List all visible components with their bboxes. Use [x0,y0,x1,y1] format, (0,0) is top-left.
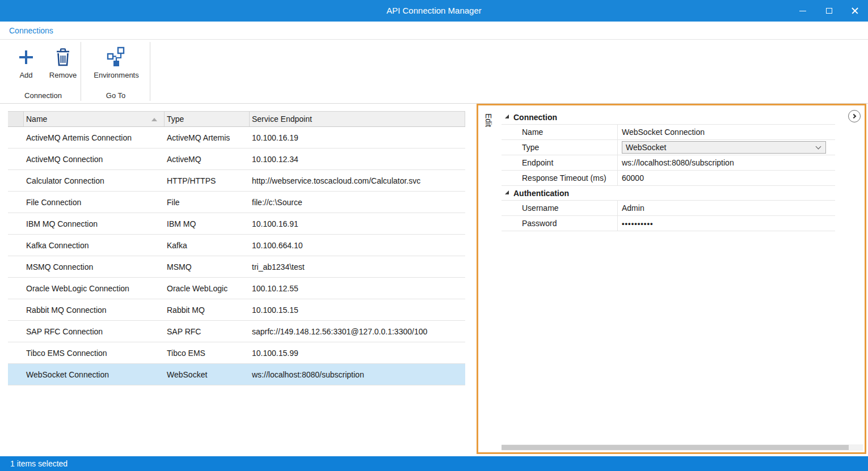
column-header-type-label: Type [167,114,184,124]
cell-name: MSMQ Connection [24,262,165,271]
cell-type: SAP RFC [165,327,250,336]
group-label-connection: Connection [513,113,557,122]
ribbon-group-divider [81,42,81,101]
cell-endpoint: 10.100.16.91 [250,219,465,228]
sort-ascending-icon [151,118,157,121]
table-row[interactable]: MSMQ Connection MSMQ tri_ab1234\test [8,256,465,278]
cell-name: Calculator Connection [24,176,165,185]
ribbon-group-label-goto: Go To [83,91,149,100]
cell-endpoint: http://webservice.toscacloud.com/Calcula… [250,176,465,185]
cell-type: MSMQ [165,262,250,271]
cell-endpoint: 10.100.16.19 [250,133,465,142]
cell-name: ActiveMQ Artemis Connection [24,133,165,142]
minimize-button[interactable] [790,0,816,22]
window-controls [790,0,868,22]
remove-button[interactable]: Remove [44,44,82,79]
table-row[interactable]: IBM MQ Connection IBM MQ 10.100.16.91 [8,213,465,235]
table-row[interactable]: ActiveMQ Artemis Connection ActiveMQ Art… [8,127,465,148]
environments-button-label: Environments [94,71,138,79]
environments-button[interactable]: Environments [89,44,144,79]
endpoint-field[interactable]: ws://localhost:8080/subscription [617,155,835,170]
cell-name: WebSocket Connection [24,370,165,379]
table-row[interactable]: Oracle WebLogic Connection Oracle WebLog… [8,278,465,299]
cell-endpoint: 100.10.12.55 [250,284,465,293]
type-dropdown-value: WebSocket [626,143,666,152]
type-dropdown[interactable]: WebSocket [622,141,826,154]
cell-type: ActiveMQ [165,155,250,164]
column-header-name[interactable]: Name [24,112,165,126]
property-label: Response Timeout (ms) [502,173,617,183]
status-text: 1 items selected [10,459,68,468]
triangle-down-icon [505,190,509,194]
property-label: Username [502,203,617,213]
property-label: Type [502,143,617,152]
cell-endpoint: 10.100.12.34 [250,155,465,164]
cell-name: IBM MQ Connection [24,219,165,228]
chevron-right-icon [852,114,856,118]
table-row[interactable]: Rabbit MQ Connection Rabbit MQ 10.100.15… [8,299,465,321]
table-row-selected[interactable]: WebSocket Connection WebSocket ws://loca… [8,364,465,385]
ribbon-tab-strip: Connections [0,22,868,40]
ribbon-group-goto: Environments Go To [83,40,149,103]
cell-endpoint: 10.100.15.15 [250,305,465,315]
cell-name: Kafka Connection [24,241,165,250]
property-row-type: Type WebSocket [502,140,835,155]
username-field[interactable]: Admin [617,201,835,215]
group-header-connection[interactable]: Connection [502,110,835,125]
table-row[interactable]: Tibco EMS Connection Tibco EMS 10.100.15… [8,342,465,364]
scrollbar-thumb[interactable] [502,445,849,450]
ribbon-group-connection: Add Remove Connection [6,40,81,103]
add-button[interactable]: Add [9,44,43,79]
edit-panel: Edit Connection Name WebSocket Connectio… [477,104,866,454]
table-row[interactable]: File Connection File file://c:\Source [8,192,465,213]
status-bar: 1 items selected [0,456,868,471]
property-label: Endpoint [502,158,617,167]
cell-type: WebSocket [165,370,250,379]
name-field[interactable]: WebSocket Connection [617,125,835,139]
window-title: API Connection Manager [0,0,868,22]
cell-endpoint: 10.100.664.10 [250,241,465,250]
cell-type: Oracle WebLogic [165,284,250,293]
title-bar: API Connection Manager [0,0,868,22]
column-header-endpoint[interactable]: Service Endpoint [250,112,465,126]
triangle-down-icon [505,114,509,118]
cell-endpoint: 10.100.15.99 [250,349,465,358]
horizontal-scrollbar[interactable] [502,444,863,451]
table-row[interactable]: Kafka Connection Kafka 10.100.664.10 [8,235,465,256]
column-header-name-label: Name [26,114,47,124]
cell-name: File Connection [24,198,165,207]
ribbon-group-label-connection: Connection [6,91,81,100]
edit-panel-tab[interactable]: Edit [484,113,493,127]
property-row-name: Name WebSocket Connection [502,125,835,140]
minimize-icon [799,11,806,11]
plus-icon [16,44,36,70]
password-field[interactable]: •••••••••• [617,216,835,231]
column-header-endpoint-label: Service Endpoint [252,114,312,124]
group-header-authentication[interactable]: Authentication [502,186,835,201]
cell-name: Oracle WebLogic Connection [24,284,165,293]
cell-type: Kafka [165,241,250,250]
collapse-panel-button[interactable] [848,110,861,122]
maximize-icon [826,8,832,14]
cell-name: SAP RFC Connection [24,327,165,336]
ribbon: Add Remove Connection [0,40,868,104]
maximize-button[interactable] [816,0,842,22]
cell-name: Tibco EMS Connection [24,349,165,358]
table-row[interactable]: ActiveMQ Connection ActiveMQ 10.100.12.3… [8,148,465,170]
chevron-down-icon [816,143,821,149]
table-row[interactable]: SAP RFC Connection SAP RFC saprfc://149.… [8,321,465,342]
table-row[interactable]: Calculator Connection HTTP/HTTPS http://… [8,170,465,192]
response-timeout-field[interactable]: 60000 [617,171,835,185]
cell-endpoint: tri_ab1234\test [250,262,465,271]
row-header-corner [8,112,24,126]
cell-endpoint: ws://localhost:8080/subscription [250,370,465,379]
property-label: Name [502,128,617,137]
remove-button-label: Remove [49,71,77,79]
property-grid: Connection Name WebSocket Connection Typ… [502,110,835,231]
property-row-endpoint: Endpoint ws://localhost:8080/subscriptio… [502,155,835,171]
tab-connections[interactable]: Connections [9,22,53,40]
close-button[interactable] [842,0,868,22]
connections-table: Name Type Service Endpoint ActiveMQ Arte… [8,111,465,385]
type-field-cell: WebSocket [617,140,835,155]
column-header-type[interactable]: Type [165,112,250,126]
